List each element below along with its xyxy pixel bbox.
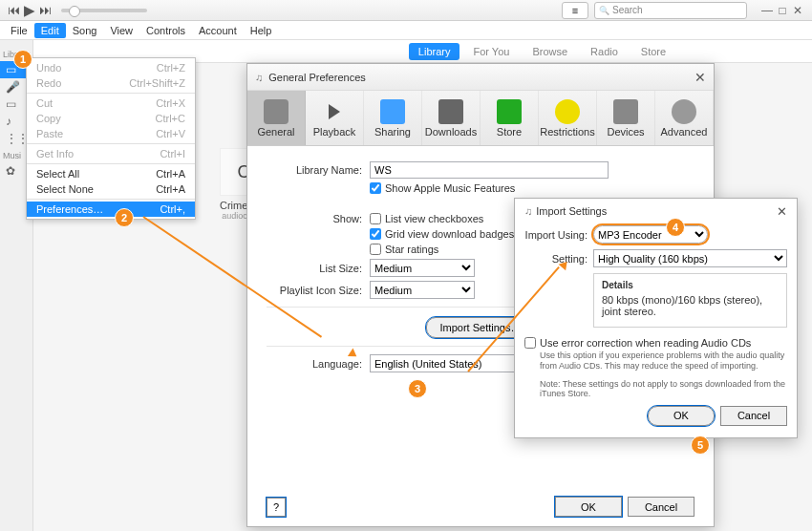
tab-for-you[interactable]: For You [463, 43, 519, 60]
prefs-ok-button[interactable]: OK [555, 497, 622, 517]
help-button[interactable]: ? [267, 498, 286, 517]
annotation-badge-2: 2 [115, 208, 134, 227]
tab-advanced[interactable]: Advanced [655, 91, 714, 145]
menu-item-paste[interactable]: PasteCtrl+V [27, 126, 195, 141]
menu-view[interactable]: View [103, 23, 139, 38]
menu-file[interactable]: File [4, 23, 34, 38]
show-apple-music-label: Show Apple Music Features [385, 182, 515, 194]
menu-song[interactable]: Song [66, 23, 104, 38]
details-header: Details [602, 280, 779, 290]
setting-select[interactable]: High Quality (160 kbps) [593, 249, 787, 267]
list-view-button[interactable]: ≡ [562, 2, 588, 19]
annotation-badge-5: 5 [691, 435, 710, 455]
star-ratings-checkbox[interactable] [370, 244, 381, 255]
annotation-badge-4: 4 [666, 218, 685, 237]
star-ratings-label: Star ratings [385, 244, 438, 255]
menu-item-select-none[interactable]: Select NoneCtrl+A [27, 181, 195, 197]
tab-browse[interactable]: Browse [523, 43, 577, 60]
dialog-title: General Preferences [268, 72, 366, 83]
tab-store-prefs[interactable]: Store [481, 91, 539, 145]
show-label: Show: [267, 213, 370, 224]
menu-item-select-all[interactable]: Select AllCtrl+A [27, 166, 195, 181]
menu-item-redo[interactable]: RedoCtrl+Shift+Z [27, 75, 195, 91]
import-note: Note: These settings do not apply to son… [540, 379, 787, 398]
menu-item-undo[interactable]: UndoCtrl+Z [27, 60, 195, 75]
show-apple-music-checkbox[interactable] [370, 182, 381, 194]
error-correction-label: Use error correction when reading Audio … [540, 337, 751, 349]
next-track-button[interactable]: ⏭ [39, 3, 52, 17]
import-settings-title: Import Settings [536, 205, 607, 217]
tab-store[interactable]: Store [631, 43, 675, 60]
tab-general[interactable]: General [247, 91, 306, 145]
prev-track-button[interactable]: ⏮ [8, 3, 20, 17]
import-using-select[interactable]: MP3 Encoder [593, 225, 708, 244]
menu-bar: File Edit Song View Controls Account Hel… [0, 21, 812, 40]
close-window-button[interactable]: ✕ [791, 4, 804, 17]
music-note-icon: ♫ [255, 72, 263, 83]
error-correction-checkbox[interactable] [524, 337, 536, 349]
error-correction-hint: Use this option if you experience proble… [540, 350, 787, 372]
menu-item-copy[interactable]: CopyCtrl+C [27, 111, 195, 126]
prefs-tabbar: General Playback Sharing Downloads Store… [247, 91, 714, 146]
list-size-select[interactable]: Medium [370, 259, 475, 277]
menu-item-get-info[interactable]: Get InfoCtrl+I [27, 146, 195, 161]
close-icon[interactable]: ✕ [777, 204, 787, 219]
minimize-button[interactable]: — [760, 4, 774, 17]
menu-account[interactable]: Account [192, 23, 244, 38]
annotation-badge-1: 1 [13, 50, 32, 69]
tab-library[interactable]: Library [409, 43, 460, 60]
dialog-titlebar: ♫ General Preferences ✕ [247, 64, 714, 91]
library-name-input[interactable] [370, 161, 609, 179]
menu-item-preferences[interactable]: Preferences…Ctrl+, [27, 202, 195, 217]
menu-item-cut[interactable]: CutCtrl+X [27, 96, 195, 111]
edit-menu-dropdown: UndoCtrl+Z RedoCtrl+Shift+Z CutCtrl+X Co… [26, 57, 196, 220]
close-icon[interactable]: ✕ [694, 70, 706, 85]
list-view-checkboxes-checkbox[interactable] [370, 213, 381, 224]
grid-view-badges-checkbox[interactable] [370, 228, 381, 240]
tab-devices[interactable]: Devices [597, 91, 655, 145]
library-name-label: Library Name: [267, 164, 370, 176]
list-size-label: List Size: [267, 263, 370, 274]
window-top-bar: ⏮ ▶ ⏭ ≡ Search — □ ✕ [0, 0, 812, 21]
tab-downloads[interactable]: Downloads [422, 91, 481, 145]
menu-controls[interactable]: Controls [139, 23, 192, 38]
maximize-button[interactable]: □ [776, 4, 789, 17]
volume-slider[interactable] [61, 9, 147, 12]
import-using-label: Import Using: [524, 229, 593, 241]
menu-edit[interactable]: Edit [34, 23, 66, 38]
playlist-icon-size-label: Playlist Icon Size: [267, 285, 370, 296]
list-view-checkboxes-label: List view checkboxes [385, 213, 483, 224]
tab-sharing[interactable]: Sharing [364, 91, 422, 145]
tab-restrictions[interactable]: Restrictions [539, 91, 597, 145]
play-button[interactable]: ▶ [24, 2, 35, 19]
menu-help[interactable]: Help [244, 23, 279, 38]
grid-view-badges-label: Grid view download badges [385, 228, 514, 240]
prefs-cancel-button[interactable]: Cancel [628, 497, 694, 517]
import-settings-dialog: ♫ Import Settings ✕ Import Using: MP3 En… [514, 198, 798, 438]
search-input[interactable]: Search [594, 2, 747, 19]
details-box: Details 80 kbps (mono)/160 kbps (stereo)… [593, 273, 787, 328]
playlist-icon-size-select[interactable]: Medium [370, 281, 475, 299]
import-cancel-button[interactable]: Cancel [720, 406, 787, 426]
music-note-icon: ♫ [524, 205, 532, 217]
tab-radio[interactable]: Radio [581, 43, 628, 60]
details-text: 80 kbps (mono)/160 kbps (stereo), joint … [602, 294, 779, 317]
annotation-badge-3: 3 [408, 379, 427, 398]
tab-playback[interactable]: Playback [306, 91, 364, 145]
import-ok-button[interactable]: OK [648, 406, 715, 426]
